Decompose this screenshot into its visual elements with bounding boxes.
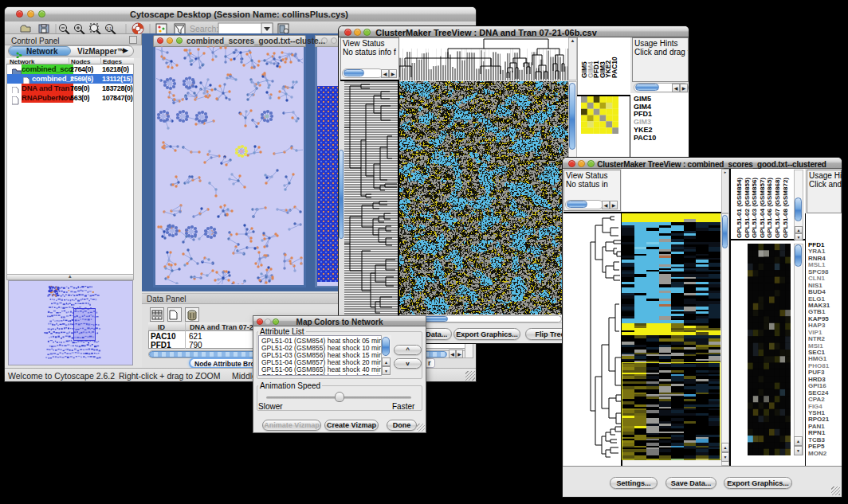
svg-text:1:1: 1:1 bbox=[107, 27, 112, 31]
svg-text:Search:: Search: bbox=[190, 24, 218, 33]
